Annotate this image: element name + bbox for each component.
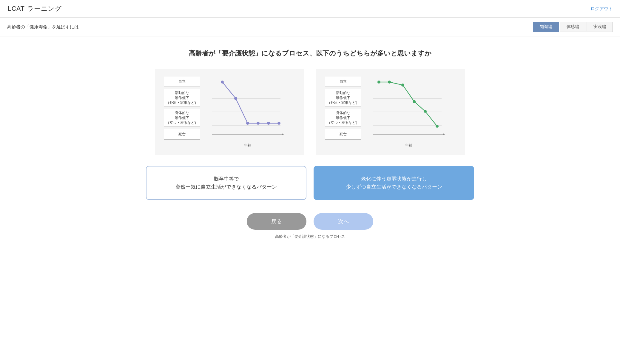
label-shibo-right: 死亡 (325, 129, 361, 140)
tab-practice[interactable]: 実践編 (587, 22, 613, 32)
chart-right-svg-wrapper: 年齢 (361, 76, 456, 148)
app-title: LCAT ラーニング (7, 4, 62, 13)
subheader: 高齢者の「健康寿命」を延ばすには 知識編 体感編 実践編 (0, 18, 620, 36)
chart-left-card: 自立 活動的な動作低下（外出・家事など） 身体的な動作低下（立つ・座るなど） 死… (155, 69, 304, 155)
svg-point-11 (277, 122, 280, 125)
chart-right-xlabel: 年齢 (405, 143, 412, 148)
svg-point-6 (221, 81, 224, 84)
chart-left-svg-wrapper: 年齢 (200, 76, 295, 148)
svg-point-21 (413, 100, 416, 103)
svg-point-19 (388, 81, 391, 84)
svg-point-22 (424, 110, 427, 113)
chart-left-xlabel: 年齢 (244, 143, 251, 148)
svg-point-8 (246, 122, 249, 125)
tab-experience[interactable]: 体感編 (560, 22, 586, 32)
label-shintai-left: 身体的な動作低下（立つ・座るなど） (164, 109, 200, 127)
label-shibo-left: 死亡 (164, 129, 200, 140)
question-title: 高齢者が「要介護状態」になるプロセス、以下のうちどちらが多いと思いますか (189, 48, 431, 58)
subheader-text: 高齢者の「健康寿命」を延ばすには (7, 24, 79, 30)
logout-button[interactable]: ログアウト (590, 6, 613, 12)
chart-left-labels: 自立 活動的な動作低下（外出・家事など） 身体的な動作低下（立つ・座るなど） 死… (164, 76, 200, 148)
chart-right-svg (361, 76, 456, 142)
option-right-button[interactable]: 老化に伴う虚弱状態が進行し少しずつ自立生活ができなくなるパターン (314, 166, 474, 200)
label-jiritsu-right: 自立 (325, 76, 361, 87)
option-left-button[interactable]: 脳卒中等で突然一気に自立生活ができなくなるパターン (146, 166, 306, 200)
svg-point-9 (257, 122, 260, 125)
main-content: 高齢者が「要介護状態」になるプロセス、以下のうちどちらが多いと思いますか 自立 … (0, 36, 620, 251)
tab-group: 知識編 体感編 実践編 (533, 22, 613, 32)
header: LCAT ラーニング ログアウト (0, 0, 620, 18)
options-row: 脳卒中等で突然一気に自立生活ができなくなるパターン 老化に伴う虚弱状態が進行し少… (146, 166, 474, 200)
nav-row: 戻る 次へ (247, 213, 373, 230)
chart-left-svg (200, 76, 295, 142)
svg-point-10 (267, 122, 270, 125)
svg-point-20 (401, 84, 404, 87)
chart-right-labels: 自立 活動的な動作低下（外出・家事など） 身体的な動作低下（立つ・座るなど） 死… (325, 76, 361, 148)
svg-point-23 (436, 125, 439, 128)
charts-row: 自立 活動的な動作低下（外出・家事など） 身体的な動作低下（立つ・座るなど） 死… (146, 69, 474, 155)
tab-knowledge[interactable]: 知識編 (533, 22, 559, 32)
title-bold: LCAT (8, 5, 24, 12)
svg-marker-5 (282, 133, 284, 135)
label-jiritsu-left: 自立 (164, 76, 200, 87)
label-katsudou-left: 活動的な動作低下（外出・家事など） (164, 89, 200, 107)
svg-point-18 (377, 81, 380, 84)
next-button[interactable]: 次へ (314, 213, 373, 230)
page-label: 高齢者が「要介護状態」になるプロセス (275, 234, 345, 239)
chart-right-card: 自立 活動的な動作低下（外出・家事など） 身体的な動作低下（立つ・座るなど） 死… (316, 69, 465, 155)
title-normal: ラーニング (27, 5, 62, 12)
svg-point-7 (234, 97, 237, 100)
label-shintai-right: 身体的な動作低下（立つ・座るなど） (325, 109, 361, 127)
label-katsudou-right: 活動的な動作低下（外出・家事など） (325, 89, 361, 107)
svg-marker-17 (443, 133, 445, 135)
back-button[interactable]: 戻る (247, 213, 306, 230)
